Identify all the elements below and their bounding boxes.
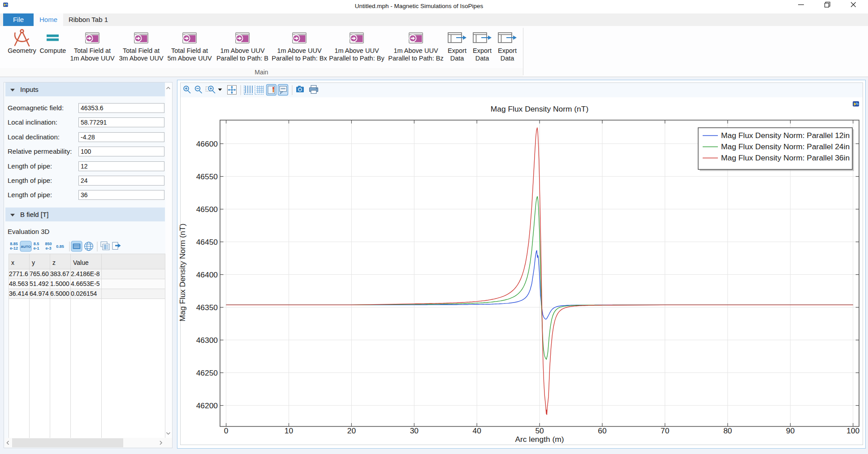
svg-text:8.85: 8.85 [10, 242, 18, 246]
svg-text:850: 850 [45, 242, 52, 246]
svg-text:46600: 46600 [196, 139, 218, 148]
svg-text:0.85: 0.85 [56, 244, 64, 249]
svg-text:100: 100 [846, 426, 859, 435]
svg-text:0: 0 [224, 426, 229, 435]
svg-text:46250: 46250 [196, 368, 218, 377]
svg-text:40: 40 [473, 426, 481, 435]
svg-text:46500: 46500 [196, 205, 218, 214]
svg-text:46400: 46400 [196, 270, 218, 279]
svg-text:20: 20 [347, 426, 356, 435]
svg-text:e-1: e-1 [33, 246, 39, 251]
svg-text:Arc length (m): Arc length (m) [515, 435, 564, 444]
svg-text:46550: 46550 [196, 172, 218, 181]
svg-text:50: 50 [535, 426, 544, 435]
svg-text:46450: 46450 [196, 238, 218, 246]
svg-text:90: 90 [786, 426, 795, 435]
svg-text:70: 70 [661, 426, 669, 435]
svg-text:46300: 46300 [196, 336, 218, 345]
svg-text:46200: 46200 [196, 401, 218, 410]
svg-text:Mag Flux Density Norm: Paralle: Mag Flux Density Norm: Parallel 12in [721, 131, 850, 140]
svg-text:AUTO: AUTO [21, 245, 31, 249]
svg-text:Mag Flux Density Norm (nT): Mag Flux Density Norm (nT) [491, 104, 588, 113]
svg-text:30: 30 [410, 426, 419, 435]
svg-text:e-3: e-3 [45, 246, 51, 251]
svg-text:46350: 46350 [196, 303, 218, 312]
svg-text:e-12: e-12 [10, 246, 18, 251]
svg-text:8.5: 8.5 [34, 242, 39, 246]
svg-text:Mag Flux Density Norm (nT): Mag Flux Density Norm (nT) [178, 224, 187, 321]
svg-text:10: 10 [285, 426, 293, 435]
svg-text:80: 80 [723, 426, 732, 435]
svg-text:Mag Flux Density Norm: Paralle: Mag Flux Density Norm: Parallel 36in [721, 153, 850, 162]
svg-text:60: 60 [598, 426, 606, 435]
svg-text:Mag Flux Density Norm: Paralle: Mag Flux Density Norm: Parallel 24in [721, 142, 850, 151]
